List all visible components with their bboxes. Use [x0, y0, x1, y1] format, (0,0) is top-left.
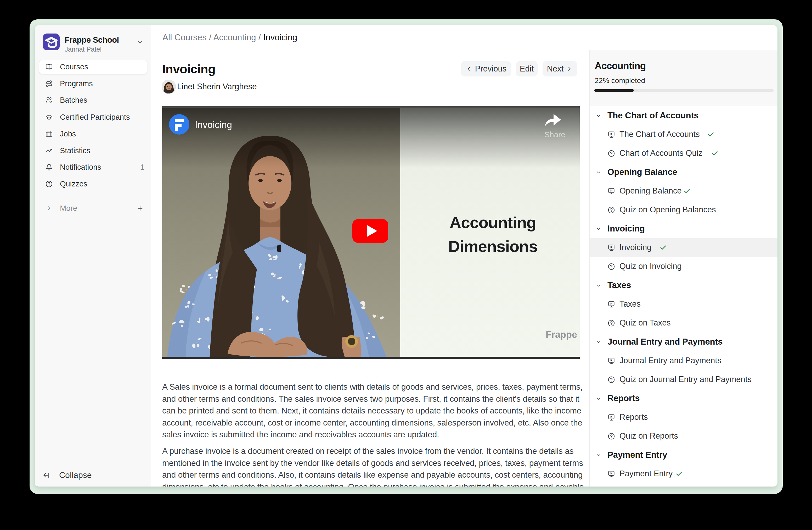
svg-text:Accounting: Accounting — [450, 213, 536, 232]
svg-text:Dimensions: Dimensions — [448, 237, 537, 255]
svg-text:Invoicing: Invoicing — [195, 120, 232, 130]
svg-text:Share: Share — [545, 130, 565, 139]
svg-text:Frappe: Frappe — [546, 329, 577, 340]
